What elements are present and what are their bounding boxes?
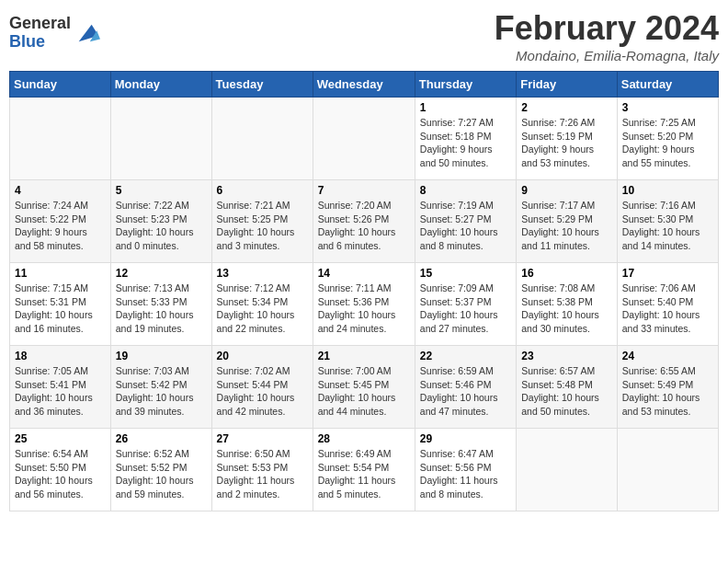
day-number: 19	[116, 350, 207, 362]
calendar-cell: 28Sunrise: 6:49 AM Sunset: 5:54 PM Dayli…	[313, 429, 415, 511]
calendar-week-row: 1Sunrise: 7:27 AM Sunset: 5:18 PM Daylig…	[10, 98, 719, 180]
calendar-cell: 5Sunrise: 7:22 AM Sunset: 5:23 PM Daylig…	[110, 180, 211, 263]
day-info: Sunrise: 7:13 AM Sunset: 5:33 PM Dayligh…	[116, 282, 207, 336]
day-number: 13	[217, 267, 308, 280]
day-info: Sunrise: 7:19 AM Sunset: 5:27 PM Dayligh…	[420, 199, 511, 253]
calendar-cell: 24Sunrise: 6:55 AM Sunset: 5:49 PM Dayli…	[617, 346, 718, 429]
calendar-week-row: 4Sunrise: 7:24 AM Sunset: 5:22 PM Daylig…	[10, 180, 719, 263]
day-number: 3	[622, 101, 713, 114]
day-info: Sunrise: 7:26 AM Sunset: 5:19 PM Dayligh…	[521, 116, 612, 170]
calendar-cell: 22Sunrise: 6:59 AM Sunset: 5:46 PM Dayli…	[415, 346, 516, 429]
column-header-monday: Monday	[110, 72, 211, 98]
calendar-cell	[517, 429, 618, 511]
column-header-wednesday: Wednesday	[313, 72, 415, 98]
calendar-cell: 10Sunrise: 7:16 AM Sunset: 5:30 PM Dayli…	[617, 180, 718, 263]
title-block: February 2024 Mondaino, Emilia-Romagna, …	[495, 9, 719, 63]
calendar-week-row: 25Sunrise: 6:54 AM Sunset: 5:50 PM Dayli…	[10, 429, 719, 511]
day-number: 17	[622, 267, 713, 280]
calendar-cell: 17Sunrise: 7:06 AM Sunset: 5:40 PM Dayli…	[617, 263, 718, 346]
calendar-cell	[313, 98, 415, 180]
calendar-cell: 2Sunrise: 7:26 AM Sunset: 5:19 PM Daylig…	[517, 98, 618, 180]
column-header-friday: Friday	[517, 72, 618, 98]
day-info: Sunrise: 7:17 AM Sunset: 5:29 PM Dayligh…	[521, 199, 612, 253]
day-info: Sunrise: 7:16 AM Sunset: 5:30 PM Dayligh…	[622, 199, 713, 253]
day-number: 12	[116, 267, 207, 280]
day-number: 23	[521, 350, 612, 362]
day-info: Sunrise: 7:00 AM Sunset: 5:45 PM Dayligh…	[318, 364, 410, 419]
day-info: Sunrise: 6:59 AM Sunset: 5:46 PM Dayligh…	[420, 364, 511, 419]
day-info: Sunrise: 7:22 AM Sunset: 5:23 PM Dayligh…	[116, 199, 207, 253]
column-header-tuesday: Tuesday	[211, 72, 313, 98]
day-info: Sunrise: 7:25 AM Sunset: 5:20 PM Dayligh…	[622, 116, 713, 170]
day-number: 6	[217, 184, 308, 197]
calendar-cell	[10, 98, 111, 180]
month-title: February 2024	[495, 9, 719, 48]
calendar-cell: 20Sunrise: 7:02 AM Sunset: 5:44 PM Dayli…	[211, 346, 313, 429]
day-info: Sunrise: 7:02 AM Sunset: 5:44 PM Dayligh…	[217, 364, 308, 419]
calendar-cell: 7Sunrise: 7:20 AM Sunset: 5:26 PM Daylig…	[313, 180, 415, 263]
logo-text: General Blue	[9, 15, 71, 52]
day-info: Sunrise: 7:09 AM Sunset: 5:37 PM Dayligh…	[420, 282, 511, 336]
day-number: 10	[622, 184, 713, 197]
calendar-header-row: SundayMondayTuesdayWednesdayThursdayFrid…	[10, 72, 719, 98]
location: Mondaino, Emilia-Romagna, Italy	[495, 48, 719, 63]
calendar-cell	[110, 98, 211, 180]
calendar-cell: 21Sunrise: 7:00 AM Sunset: 5:45 PM Dayli…	[313, 346, 415, 429]
day-number: 1	[420, 101, 511, 114]
day-number: 8	[420, 184, 511, 197]
day-number: 7	[318, 184, 410, 197]
column-header-sunday: Sunday	[10, 72, 111, 98]
calendar-cell: 29Sunrise: 6:47 AM Sunset: 5:56 PM Dayli…	[415, 429, 516, 511]
day-info: Sunrise: 7:27 AM Sunset: 5:18 PM Dayligh…	[420, 116, 511, 170]
calendar-cell	[211, 98, 313, 180]
calendar-cell: 1Sunrise: 7:27 AM Sunset: 5:18 PM Daylig…	[415, 98, 516, 180]
day-number: 24	[622, 350, 713, 362]
column-header-saturday: Saturday	[617, 72, 718, 98]
day-number: 22	[420, 350, 511, 362]
day-info: Sunrise: 7:05 AM Sunset: 5:41 PM Dayligh…	[15, 364, 106, 419]
calendar-cell: 4Sunrise: 7:24 AM Sunset: 5:22 PM Daylig…	[10, 180, 111, 263]
day-info: Sunrise: 6:49 AM Sunset: 5:54 PM Dayligh…	[318, 447, 410, 501]
calendar-cell	[617, 429, 718, 511]
day-number: 16	[521, 267, 612, 280]
day-number: 27	[217, 432, 308, 445]
calendar-table: SundayMondayTuesdayWednesdayThursdayFrid…	[9, 71, 719, 511]
calendar-cell: 15Sunrise: 7:09 AM Sunset: 5:37 PM Dayli…	[415, 263, 516, 346]
day-number: 25	[15, 432, 106, 445]
day-info: Sunrise: 7:24 AM Sunset: 5:22 PM Dayligh…	[15, 199, 106, 253]
day-number: 14	[318, 267, 410, 280]
day-number: 4	[15, 184, 106, 197]
logo-icon	[74, 20, 100, 46]
day-info: Sunrise: 7:20 AM Sunset: 5:26 PM Dayligh…	[318, 199, 410, 253]
calendar-cell: 26Sunrise: 6:52 AM Sunset: 5:52 PM Dayli…	[110, 429, 211, 511]
calendar-cell: 11Sunrise: 7:15 AM Sunset: 5:31 PM Dayli…	[10, 263, 111, 346]
day-number: 9	[521, 184, 612, 197]
day-info: Sunrise: 7:06 AM Sunset: 5:40 PM Dayligh…	[622, 282, 713, 336]
calendar-cell: 18Sunrise: 7:05 AM Sunset: 5:41 PM Dayli…	[10, 346, 111, 429]
day-number: 29	[420, 432, 511, 445]
column-header-thursday: Thursday	[415, 72, 516, 98]
day-info: Sunrise: 6:50 AM Sunset: 5:53 PM Dayligh…	[217, 447, 308, 501]
day-number: 2	[521, 101, 612, 114]
calendar-cell: 27Sunrise: 6:50 AM Sunset: 5:53 PM Dayli…	[211, 429, 313, 511]
calendar-cell: 16Sunrise: 7:08 AM Sunset: 5:38 PM Dayli…	[517, 263, 618, 346]
day-number: 18	[15, 350, 106, 362]
calendar-cell: 9Sunrise: 7:17 AM Sunset: 5:29 PM Daylig…	[517, 180, 618, 263]
day-info: Sunrise: 7:08 AM Sunset: 5:38 PM Dayligh…	[521, 282, 612, 336]
day-number: 21	[318, 350, 410, 362]
page-header: General Blue February 2024 Mondaino, Emi…	[9, 9, 719, 63]
calendar-cell: 8Sunrise: 7:19 AM Sunset: 5:27 PM Daylig…	[415, 180, 516, 263]
day-number: 28	[318, 432, 410, 445]
day-number: 11	[15, 267, 106, 280]
day-info: Sunrise: 6:55 AM Sunset: 5:49 PM Dayligh…	[622, 364, 713, 419]
calendar-cell: 6Sunrise: 7:21 AM Sunset: 5:25 PM Daylig…	[211, 180, 313, 263]
day-info: Sunrise: 6:47 AM Sunset: 5:56 PM Dayligh…	[420, 447, 511, 501]
day-number: 15	[420, 267, 511, 280]
calendar-cell: 14Sunrise: 7:11 AM Sunset: 5:36 PM Dayli…	[313, 263, 415, 346]
calendar-cell: 25Sunrise: 6:54 AM Sunset: 5:50 PM Dayli…	[10, 429, 111, 511]
calendar-week-row: 11Sunrise: 7:15 AM Sunset: 5:31 PM Dayli…	[10, 263, 719, 346]
day-number: 20	[217, 350, 308, 362]
calendar-cell: 3Sunrise: 7:25 AM Sunset: 5:20 PM Daylig…	[617, 98, 718, 180]
calendar-cell: 19Sunrise: 7:03 AM Sunset: 5:42 PM Dayli…	[110, 346, 211, 429]
day-number: 26	[116, 432, 207, 445]
